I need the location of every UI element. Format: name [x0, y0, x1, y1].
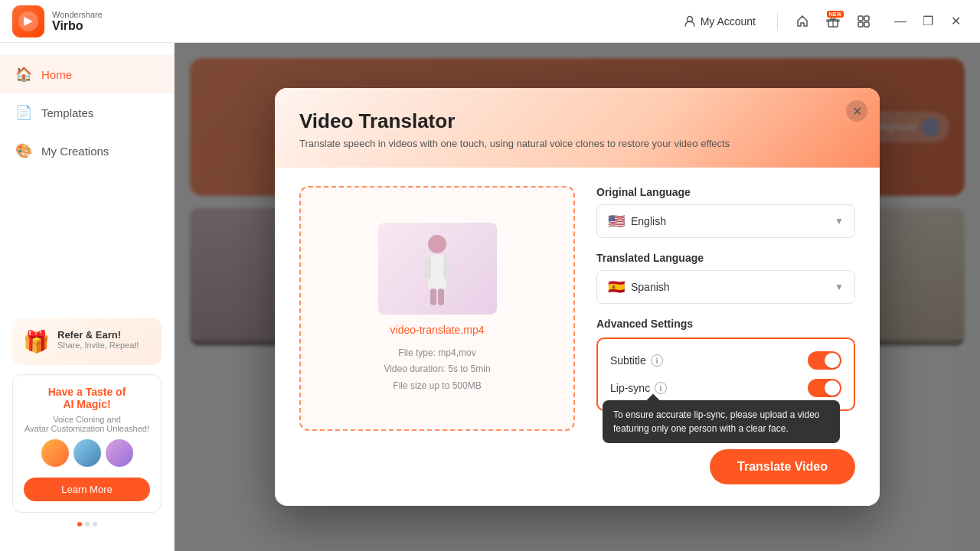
- lipsync-toggle[interactable]: [808, 379, 841, 397]
- translated-flag: 🇪🇸: [608, 279, 625, 295]
- close-button[interactable]: ✕: [943, 9, 968, 34]
- sidebar-creations-label: My Creations: [41, 145, 109, 158]
- sidebar-home-label: Home: [41, 68, 72, 81]
- file-name: video-translate.mp4: [390, 324, 485, 336]
- video-duration: Video duration: 5s to 5min: [384, 361, 490, 378]
- main-layout: 🏠 Home 📄 Templates 🎨 My Creations 🎁 Refe…: [0, 43, 980, 551]
- file-type: File type: mp4,mov: [384, 345, 490, 362]
- refer-icon: 🎁: [23, 329, 50, 354]
- grid-icon-btn[interactable]: [851, 9, 876, 34]
- content-area: Transparent Background 🌀 rper-Promotion: [175, 43, 980, 551]
- title-bar-left: Wondershare Virbo: [12, 5, 103, 37]
- advanced-settings-box: Subtitle ℹ: [596, 337, 855, 411]
- refer-subtitle: Share, Invite, Repeat!: [57, 341, 139, 350]
- ai-magic-card: Have a Taste of AI Magic! Voice Cloning …: [12, 374, 162, 513]
- new-badge: NEW: [827, 11, 844, 18]
- svg-rect-5: [858, 22, 863, 27]
- ai-magic-images: [24, 439, 150, 467]
- subtitle-label-group: Subtitle ℹ: [610, 354, 663, 367]
- advanced-settings-group: Advanced Settings Subtitle ℹ: [596, 318, 855, 411]
- dot-3: [93, 522, 97, 527]
- lipsync-label: Lip-sync: [610, 382, 650, 394]
- subtitle-toggle-knob: [825, 353, 840, 368]
- original-language-select[interactable]: 🇺🇸 English ▼: [596, 204, 855, 238]
- learn-more-button[interactable]: Learn More: [24, 478, 150, 501]
- file-size: File size up to 500MB: [384, 378, 490, 395]
- subtitle-row: Subtitle ℹ: [610, 351, 841, 370]
- translated-language-value: 🇪🇸 Spanish: [608, 279, 670, 295]
- svg-point-7: [428, 235, 446, 253]
- settings-panel: Original Language 🇺🇸 English ▼: [596, 186, 855, 431]
- svg-rect-10: [443, 256, 449, 279]
- app-logo: [12, 5, 44, 37]
- advanced-settings-label: Advanced Settings: [596, 318, 855, 330]
- video-translator-modal: Video Translator Translate speech in vid…: [275, 88, 880, 506]
- app-name: Wondershare Virbo: [52, 10, 103, 33]
- ai-avatar-1: [41, 439, 69, 467]
- titlebar-icons: NEW: [790, 9, 876, 34]
- app-window: Wondershare Virbo My Account: [0, 0, 980, 551]
- upload-area[interactable]: video-translate.mp4 File type: mp4,mov V…: [299, 186, 575, 431]
- home-sidebar-icon: 🏠: [15, 66, 32, 83]
- brand-top: Wondershare: [52, 10, 103, 19]
- translated-language-chevron: ▼: [835, 282, 844, 292]
- svg-rect-3: [858, 16, 863, 21]
- sidebar: 🏠 Home 📄 Templates 🎨 My Creations 🎁 Refe…: [0, 43, 175, 551]
- home-icon-btn[interactable]: [790, 9, 815, 34]
- sidebar-templates-label: Templates: [41, 106, 93, 119]
- titlebar-divider: [777, 12, 778, 31]
- dot-1: [77, 522, 82, 527]
- window-controls: — ❐ ✕: [888, 9, 968, 34]
- svg-rect-4: [864, 16, 869, 21]
- modal-body: video-translate.mp4 File type: mp4,mov V…: [275, 168, 880, 449]
- modal-overlay: Video Translator Translate speech in vid…: [175, 43, 980, 551]
- grid-icon: [857, 15, 871, 28]
- my-account-label: My Account: [701, 15, 756, 28]
- my-creations-sidebar-icon: 🎨: [15, 142, 32, 159]
- sidebar-item-my-creations[interactable]: 🎨 My Creations: [0, 132, 174, 170]
- original-language-group: Original Language 🇺🇸 English ▼: [596, 186, 855, 238]
- ai-magic-title-accent: AI Magic!: [63, 398, 110, 410]
- translated-language-select[interactable]: 🇪🇸 Spanish ▼: [596, 270, 855, 304]
- sidebar-item-home[interactable]: 🏠 Home: [0, 55, 174, 93]
- translated-language-group: Translated Language 🇪🇸 Spanish ▼: [596, 252, 855, 304]
- title-bar-right: My Account NEW: [675, 9, 968, 34]
- ai-avatar-3: [106, 439, 133, 467]
- person-figure: [414, 230, 460, 307]
- account-icon: [684, 15, 696, 28]
- lipsync-tooltip-text: To ensure accurate lip-sync, please uplo…: [613, 409, 820, 434]
- minimize-button[interactable]: —: [888, 9, 913, 34]
- refer-title: Refer & Earn!: [57, 329, 139, 341]
- original-flag: 🇺🇸: [608, 213, 625, 230]
- sidebar-bottom: 🎁 Refer & Earn! Share, Invite, Repeat! H…: [0, 306, 174, 539]
- refer-card[interactable]: 🎁 Refer & Earn! Share, Invite, Repeat!: [12, 318, 162, 365]
- translated-language-label: Translated Language: [596, 252, 855, 264]
- sidebar-item-templates[interactable]: 📄 Templates: [0, 93, 174, 132]
- modal-close-button[interactable]: ✕: [846, 100, 867, 122]
- gift-icon-btn[interactable]: NEW: [821, 9, 845, 34]
- original-language-label: Original Language: [596, 186, 855, 198]
- dot-2: [85, 522, 90, 527]
- modal-title: Video Translator: [299, 109, 855, 133]
- svg-rect-6: [864, 22, 869, 27]
- subtitle-toggle[interactable]: [808, 351, 841, 370]
- svg-rect-9: [425, 256, 431, 279]
- restore-button[interactable]: ❐: [916, 9, 940, 34]
- brand-bottom: Virbo: [52, 19, 103, 33]
- original-language-text: English: [631, 215, 666, 227]
- upload-preview: [378, 223, 497, 315]
- subtitle-info-icon[interactable]: ℹ: [651, 354, 663, 367]
- translate-video-button[interactable]: Translate Video: [710, 449, 855, 484]
- lipsync-row: Lip-sync ℹ To ensure accurat: [610, 379, 841, 397]
- ai-magic-title-plain: Have a Taste of: [48, 386, 126, 398]
- original-language-value: 🇺🇸 English: [608, 213, 666, 230]
- subtitle-label: Subtitle: [610, 354, 646, 367]
- ai-magic-subtitle: Voice Cloning andAvatar Customization Un…: [24, 415, 150, 433]
- lipsync-info-icon[interactable]: ℹ: [655, 382, 667, 394]
- my-account-button[interactable]: My Account: [675, 11, 765, 32]
- lipsync-tooltip: To ensure accurate lip-sync, please uplo…: [603, 400, 840, 443]
- lipsync-label-group: Lip-sync ℹ: [610, 382, 667, 394]
- ai-avatar-2: [74, 439, 101, 467]
- home-icon: [795, 15, 809, 28]
- translated-language-text: Spanish: [631, 281, 670, 293]
